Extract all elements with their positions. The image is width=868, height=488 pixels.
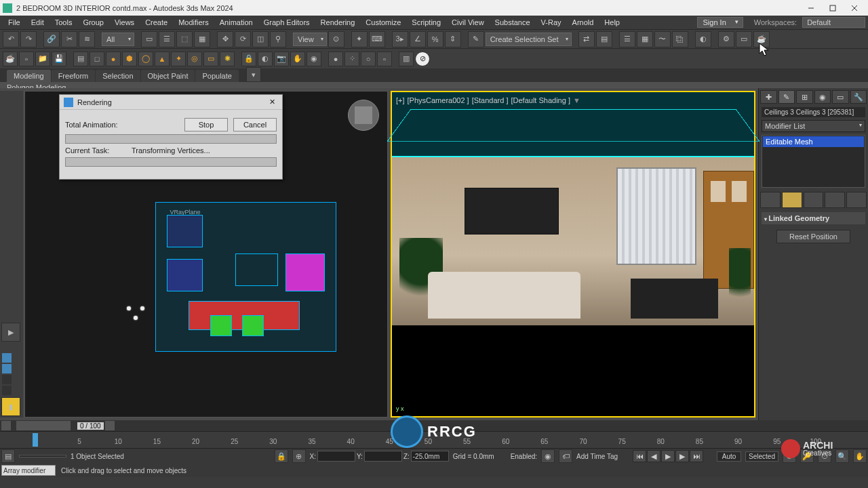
- menu-help[interactable]: Help: [599, 18, 625, 26]
- align-icon[interactable]: ▤: [596, 31, 612, 47]
- mirror-icon[interactable]: ⇄: [578, 31, 595, 47]
- track-left-arrow-icon[interactable]: [1, 421, 11, 430]
- menu-civilview[interactable]: Civil View: [446, 18, 489, 26]
- add-time-tag-icon[interactable]: 🏷: [559, 449, 572, 463]
- link-icon[interactable]: 🔗: [43, 31, 60, 47]
- tab-populate[interactable]: Populate: [195, 70, 238, 82]
- cylinder-icon[interactable]: ⬢: [122, 52, 137, 66]
- rotate-icon[interactable]: ⟳: [235, 31, 251, 47]
- render-frame-icon[interactable]: ▭: [736, 31, 752, 47]
- menu-file[interactable]: File: [3, 18, 26, 26]
- angle-snap-icon[interactable]: ∠: [410, 31, 426, 47]
- geosphere-icon[interactable]: ✦: [171, 52, 186, 66]
- toggle-ribbon-icon[interactable]: ▦: [637, 31, 653, 47]
- vp-camera-label[interactable]: [PhysCamera002 ]: [408, 96, 469, 104]
- select-manipulate-icon[interactable]: ✦: [351, 31, 368, 47]
- undo-icon[interactable]: ↶: [3, 31, 19, 47]
- utilities-panel-tab[interactable]: 🔧: [850, 90, 867, 104]
- circle-icon[interactable]: ○: [361, 52, 376, 66]
- selection-lock-icon[interactable]: 🔒: [241, 52, 256, 66]
- plane-icon[interactable]: ▭: [203, 52, 218, 66]
- select-object-icon[interactable]: ▭: [141, 31, 157, 47]
- track-right-arrow-icon[interactable]: [105, 421, 115, 430]
- menu-grapheditors[interactable]: Graph Editors: [258, 18, 315, 26]
- tab-selection[interactable]: Selection: [96, 70, 140, 82]
- menu-group[interactable]: Group: [77, 18, 109, 26]
- absolute-mode-icon[interactable]: ⊕: [292, 449, 306, 463]
- spinner-snap-icon[interactable]: ⇕: [445, 31, 461, 47]
- schematic-view-icon[interactable]: ⿻: [672, 31, 688, 47]
- new-scene-icon[interactable]: ▫: [19, 52, 34, 66]
- light-icon[interactable]: ✺: [220, 52, 235, 66]
- menu-create[interactable]: Create: [140, 18, 173, 26]
- tab-modeling[interactable]: Modeling: [7, 70, 51, 82]
- selection-filter[interactable]: All: [102, 33, 134, 46]
- hierarchy-panel-tab[interactable]: ⊞: [796, 90, 813, 104]
- curve-editor-icon[interactable]: 〜: [654, 31, 671, 47]
- tube-icon[interactable]: ◎: [187, 52, 202, 66]
- ribbon-ext-icon[interactable]: ▾: [246, 67, 261, 82]
- open-file-icon[interactable]: 📁: [35, 52, 50, 66]
- edit-named-sel-icon[interactable]: ✎: [468, 31, 484, 47]
- viewport-layout-icon[interactable]: ▮: [1, 397, 20, 416]
- signin-dropdown[interactable]: Sign In: [697, 17, 743, 28]
- named-selection-set[interactable]: Create Selection Set: [486, 33, 572, 46]
- rollout-linked-geometry[interactable]: Linked Geometry: [762, 212, 865, 224]
- viewport-top[interactable]: VRayPlane Rendering ✕: [24, 91, 388, 418]
- menu-animation[interactable]: Animation: [214, 18, 258, 26]
- percent-snap-icon[interactable]: %: [427, 31, 443, 47]
- menu-edit[interactable]: Edit: [26, 18, 50, 26]
- prev-frame-icon[interactable]: ◀: [647, 450, 660, 462]
- scale-icon[interactable]: ◫: [252, 31, 269, 47]
- goto-start-icon[interactable]: ⏮: [633, 450, 646, 462]
- menu-rendering[interactable]: Rendering: [315, 18, 361, 26]
- render-setup-icon[interactable]: ⚙: [718, 31, 734, 47]
- reset-position-button[interactable]: Reset Position: [776, 230, 850, 243]
- camera-icon[interactable]: 📷: [274, 52, 289, 66]
- vp-menu-icon[interactable]: ▼: [573, 96, 580, 104]
- make-unique-icon[interactable]: [804, 192, 824, 208]
- teapot-icon[interactable]: ☕: [3, 52, 18, 66]
- play-icon[interactable]: ▶: [661, 450, 675, 462]
- menu-views[interactable]: Views: [109, 18, 140, 26]
- vp-standard-label[interactable]: [Standard ]: [472, 96, 509, 104]
- remove-modifier-icon[interactable]: [825, 192, 845, 208]
- save-icon[interactable]: 💾: [52, 52, 66, 66]
- coord-y-input[interactable]: [364, 451, 402, 462]
- container-icon[interactable]: ▥: [399, 52, 414, 66]
- timeline-marker[interactable]: [33, 433, 38, 447]
- close-button[interactable]: [844, 0, 865, 16]
- workspace-select[interactable]: Default: [802, 17, 865, 28]
- maxscript-icon[interactable]: ▤: [1, 449, 15, 463]
- auto-key-button[interactable]: Auto: [717, 451, 741, 462]
- use-center-icon[interactable]: ⊙: [328, 31, 344, 47]
- render-production-icon[interactable]: ☕: [753, 31, 770, 47]
- time-slider[interactable]: [16, 421, 71, 430]
- window-crossing-icon[interactable]: ▦: [194, 31, 210, 47]
- unlink-icon[interactable]: ✂: [61, 31, 77, 47]
- object-name-field[interactable]: Ceilings 3 Ceilings 3 [295381]: [762, 107, 865, 117]
- viewport-camera[interactable]: [+] [PhysCamera002 ] [Standard ] [Defaul…: [391, 91, 755, 418]
- expand-viewport-icon[interactable]: ▶: [1, 323, 20, 342]
- modifier-list-dropdown[interactable]: Modifier List: [762, 120, 865, 132]
- menu-vray[interactable]: V-Ray: [536, 18, 567, 26]
- modifier-stack[interactable]: Editable Mesh: [762, 135, 865, 188]
- display-panel-tab[interactable]: ▭: [832, 90, 849, 104]
- viewcube-icon[interactable]: [348, 100, 379, 131]
- grey-sphere-icon[interactable]: ●: [328, 52, 343, 66]
- selected-key-button[interactable]: Selected: [745, 451, 778, 462]
- particle-icon[interactable]: ◉: [307, 52, 321, 66]
- ref-coord-system[interactable]: View: [293, 33, 327, 46]
- keyboard-shortcut-icon[interactable]: ⌨: [369, 31, 385, 47]
- menu-scripting[interactable]: Scripting: [406, 18, 446, 26]
- menu-substance[interactable]: Substance: [490, 18, 536, 26]
- create-panel-tab[interactable]: ✚: [760, 90, 777, 104]
- bind-icon[interactable]: ≋: [79, 31, 95, 47]
- add-time-tag-label[interactable]: Add Time Tag: [576, 453, 618, 460]
- goto-end-icon[interactable]: ⏭: [690, 450, 703, 462]
- coord-z-input[interactable]: [411, 451, 449, 462]
- vp-shading-label[interactable]: [Default Shading ]: [511, 96, 570, 104]
- torus-icon[interactable]: ◯: [138, 52, 153, 66]
- vp-plus[interactable]: [+]: [396, 96, 405, 104]
- tab-objectpaint[interactable]: Object Paint: [141, 70, 195, 82]
